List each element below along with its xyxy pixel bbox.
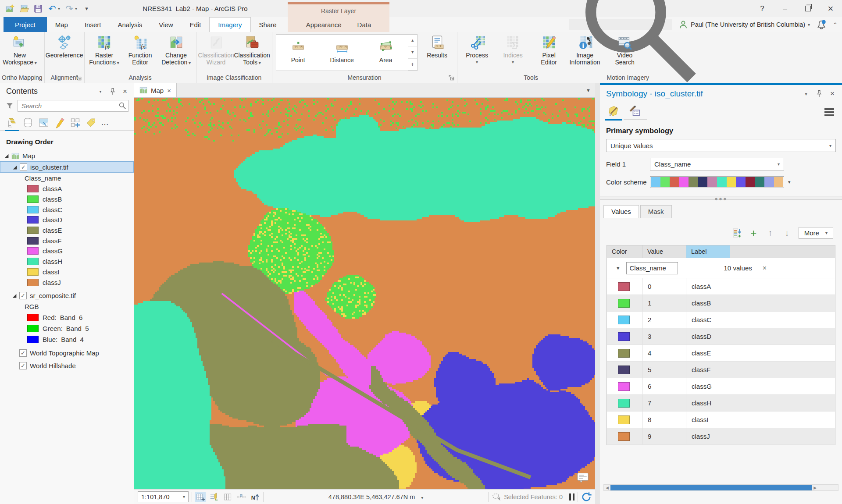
- grid-table-icon[interactable]: [222, 492, 233, 502]
- expander-icon[interactable]: [11, 293, 17, 298]
- legend-item[interactable]: classB: [0, 194, 134, 205]
- ribbon-tab-insert[interactable]: Insert: [76, 17, 110, 32]
- popup-panel-icon[interactable]: [576, 472, 590, 484]
- classification-tools-button[interactable]: ClassificationTools ▾: [234, 33, 270, 73]
- ribbon-tab-edit[interactable]: Edit: [182, 17, 210, 32]
- open-project-icon[interactable]: [19, 4, 29, 14]
- label-cell[interactable]: classD: [692, 333, 711, 340]
- value-color-swatch[interactable]: [618, 399, 630, 408]
- new-project-icon[interactable]: [5, 4, 15, 14]
- label-cell[interactable]: classI: [692, 416, 708, 423]
- map-canvas-area[interactable]: [134, 98, 595, 489]
- label-cell[interactable]: classJ: [692, 433, 710, 440]
- label-cell[interactable]: classE: [692, 349, 711, 357]
- legend-item[interactable]: classI: [0, 267, 134, 277]
- legend-item[interactable]: classA: [0, 184, 134, 194]
- value-color-swatch[interactable]: [618, 415, 630, 424]
- north-arrow-icon[interactable]: N: [250, 492, 260, 502]
- help-button[interactable]: ?: [751, 1, 774, 17]
- more-options-icon[interactable]: …: [101, 117, 113, 130]
- list-by-labeling-icon[interactable]: [85, 117, 97, 130]
- label-cell[interactable]: classA: [692, 283, 711, 290]
- chevron-down-icon[interactable]: ▾: [788, 179, 791, 185]
- pin-icon[interactable]: [815, 89, 824, 98]
- value-color-swatch[interactable]: [618, 382, 630, 391]
- restore-button[interactable]: [796, 1, 819, 17]
- map-coordinates[interactable]: 478,880.34E 5,463,427.67N m ▾: [267, 493, 485, 500]
- legend-item[interactable]: classG: [0, 246, 134, 256]
- menu-hamburger-icon[interactable]: [824, 108, 834, 120]
- remove-group-icon[interactable]: ×: [763, 264, 767, 272]
- snapping-edit-icon[interactable]: [209, 492, 219, 502]
- column-value[interactable]: Value: [642, 245, 686, 258]
- value-color-swatch[interactable]: [618, 366, 630, 374]
- minimize-button[interactable]: –: [774, 1, 796, 17]
- tree-node-map[interactable]: Map: [0, 150, 134, 161]
- close-button[interactable]: ×: [819, 1, 842, 17]
- value-row-classC[interactable]: 2classC: [607, 312, 835, 328]
- close-tab-icon[interactable]: ×: [167, 87, 171, 94]
- save-project-icon[interactable]: [33, 4, 43, 14]
- tree-node-iso-cluster[interactable]: ✓iso_cluster.tif: [0, 161, 134, 173]
- expander-icon[interactable]: [4, 153, 9, 159]
- process-button[interactable]: Process▾: [459, 33, 495, 73]
- map-document-tab[interactable]: Map ×: [134, 83, 177, 97]
- add-value-plus-icon[interactable]: +: [749, 228, 759, 238]
- field1-select[interactable]: Class_name ▾: [650, 158, 784, 170]
- panel-menu-icon[interactable]: ▾: [96, 87, 105, 96]
- collapse-chevron-icon[interactable]: ▾: [617, 265, 620, 271]
- label-cell[interactable]: classH: [692, 399, 711, 407]
- image-information-button[interactable]: ImageInformation: [567, 33, 603, 73]
- close-icon[interactable]: ×: [828, 89, 837, 98]
- tree-node-sr-composite[interactable]: ✓sr_composite.tif: [0, 290, 134, 301]
- primary-symbology-icon[interactable]: [606, 105, 621, 120]
- legend-color-chip[interactable]: [27, 258, 39, 265]
- scroll-left-icon[interactable]: ◀: [604, 486, 610, 490]
- ribbon-tab-imagery[interactable]: Imagery: [209, 17, 250, 32]
- scrollbar-thumb[interactable]: [610, 485, 812, 490]
- dashed-guides-icon[interactable]: [236, 492, 246, 502]
- legend-field-label[interactable]: Class_name: [0, 173, 134, 184]
- group-field-input[interactable]: [626, 262, 678, 274]
- layer-checkbox[interactable]: ✓: [19, 349, 27, 357]
- legend-color-chip[interactable]: [27, 336, 39, 343]
- chevron-down-icon[interactable]: ▾: [58, 6, 60, 11]
- account-menu[interactable]: Paul (The University of British Columbia…: [678, 20, 810, 29]
- legend-color-chip[interactable]: [27, 325, 39, 332]
- dialog-launcher-icon[interactable]: [448, 75, 455, 81]
- gallery-expand-icon[interactable]: ⇟: [408, 59, 417, 71]
- value-row-classD[interactable]: 3classD: [607, 328, 835, 345]
- ribbon-tab-project[interactable]: Project: [4, 17, 47, 32]
- raster-functions-button[interactable]: fxRasterFunctions ▾: [86, 33, 122, 73]
- panel-menu-icon[interactable]: ▾: [802, 89, 810, 98]
- column-color[interactable]: Color: [607, 245, 642, 258]
- close-icon[interactable]: ×: [121, 87, 129, 96]
- ribbon-tab-map[interactable]: Map: [47, 17, 76, 32]
- legend-color-chip[interactable]: [27, 314, 39, 321]
- legend-color-chip[interactable]: [27, 268, 39, 276]
- value-color-swatch[interactable]: [618, 316, 630, 324]
- layer-checkbox[interactable]: ✓: [19, 292, 27, 299]
- legend-item[interactable]: classE: [0, 225, 134, 236]
- list-by-drawing-order-icon[interactable]: [6, 117, 18, 130]
- dialog-launcher-icon[interactable]: [75, 75, 82, 81]
- tree-node-world-hillshade[interactable]: ✓World Hillshade: [0, 360, 134, 371]
- value-color-swatch[interactable]: [618, 299, 630, 308]
- value-color-swatch[interactable]: [618, 282, 630, 291]
- move-up-icon[interactable]: ↑: [765, 228, 775, 238]
- legend-color-chip[interactable]: [27, 185, 39, 192]
- list-by-data-source-icon[interactable]: [22, 117, 34, 130]
- symbology-options-icon[interactable]: [627, 105, 642, 120]
- value-row-classF[interactable]: 5classF: [607, 362, 835, 378]
- band-item[interactable]: Green:Band_5: [0, 323, 134, 334]
- legend-item[interactable]: classF: [0, 235, 134, 246]
- legend-color-chip[interactable]: [27, 279, 39, 286]
- scroll-right-icon[interactable]: ▶: [812, 486, 818, 490]
- legend-color-chip[interactable]: [27, 195, 39, 203]
- tree-node-world-topographic[interactable]: ✓World Topographic Map: [0, 348, 134, 358]
- filter-funnel-icon[interactable]: [5, 102, 14, 110]
- collapse-ribbon-icon[interactable]: ⌃: [833, 21, 838, 28]
- legend-item[interactable]: classD: [0, 215, 134, 225]
- layout-grid-icon[interactable]: [195, 492, 206, 502]
- gallery-down-icon[interactable]: ▼: [408, 46, 417, 58]
